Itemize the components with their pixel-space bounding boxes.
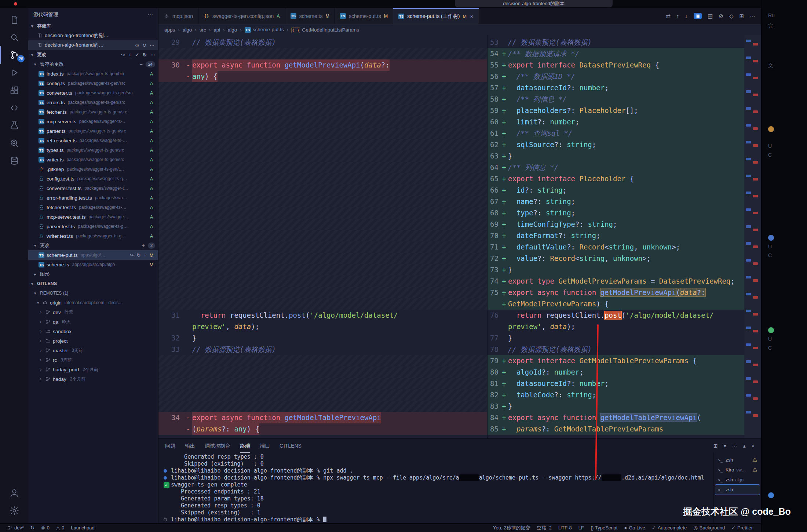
- commit-icon[interactable]: ✓: [135, 52, 139, 58]
- diff-line[interactable]: 65+export interface Placeholder {: [488, 173, 744, 185]
- unstaged-changes-header[interactable]: ▾ 更改 + 2: [28, 241, 158, 250]
- more-icon[interactable]: ⋯: [732, 443, 737, 449]
- scm-file-row[interactable]: TSwriter.tspackages/swagger-ts-gen/srcA: [28, 155, 158, 164]
- background-item[interactable]: ◎Background: [690, 524, 728, 532]
- diff-original-pane[interactable]: 29// 数据集预览(表格数据)30-export async function…: [158, 35, 488, 438]
- diff-line[interactable]: 78// 数据源预览(表格数据): [488, 344, 744, 355]
- scm-file-row[interactable]: TSerrors.tspackages/swagger-ts-gen/srcA: [28, 98, 158, 107]
- more-actions-icon[interactable]: ⋯: [750, 13, 755, 19]
- scm-file-row[interactable]: converter.test.tspackages/swagger-t…A: [28, 183, 158, 193]
- changes-section-header[interactable]: ▾ 更改 ↪+✓↻⋯: [28, 50, 158, 59]
- open-preview-icon[interactable]: ▤: [708, 13, 713, 19]
- diff-line[interactable]: 85+ params?: GetModelTablePreviewParams: [488, 423, 744, 435]
- branch-row[interactable]: ›rc3周前: [28, 355, 158, 365]
- scm-file-row[interactable]: TSscheme-put.tsapps/algo/…↪↻+M: [28, 250, 158, 260]
- diff-line[interactable]: 66+ id?: string;: [488, 185, 744, 196]
- staged-changes-header[interactable]: ▾ 暂存的更改 − 24: [28, 59, 158, 69]
- diff-line[interactable]: 30-export async function getModelPreview…: [158, 59, 487, 71]
- diff-line[interactable]: -(params?: any) {: [158, 423, 487, 435]
- pin-icon[interactable]: ⊙: [135, 43, 139, 48]
- diff-line[interactable]: 57+ datasourceId?: number;: [488, 82, 744, 94]
- gitlens-section-header[interactable]: ▾ GITLENS: [28, 279, 158, 288]
- diff-line[interactable]: preview', data);: [488, 321, 744, 332]
- diff-line[interactable]: 54+/** 数据预览请求 */: [488, 48, 744, 59]
- sync-indicator[interactable]: ↻: [27, 524, 38, 532]
- repo-row[interactable]: decision-algo-frontend的…⊙↻⋯: [28, 40, 158, 50]
- diff-line[interactable]: 64+/** 列信息 */: [488, 162, 744, 173]
- diff-line[interactable]: 69+ timeConfigType?: string;: [488, 219, 744, 230]
- remote-explorer-icon[interactable]: [0, 99, 28, 117]
- panel-tab-终端[interactable]: 终端: [240, 439, 250, 453]
- refresh-icon[interactable]: ↻: [143, 52, 147, 58]
- account-icon[interactable]: [0, 484, 28, 502]
- discard-changes-icon[interactable]: ↻: [137, 252, 141, 258]
- more-icon[interactable]: ⋯: [150, 43, 154, 48]
- scm-file-row[interactable]: config.test.tspackages/swagger-ts-g…A: [28, 174, 158, 183]
- settings-gear-icon[interactable]: [0, 502, 28, 520]
- explorer-icon[interactable]: [0, 11, 28, 29]
- breadcrumb-item[interactable]: api: [213, 27, 220, 33]
- minimap[interactable]: [744, 35, 761, 438]
- swap-sides-icon[interactable]: ⇄: [666, 13, 671, 19]
- diff-line[interactable]: 75+export async function getModelPreview…: [488, 287, 744, 298]
- stage-all-icon[interactable]: +: [142, 243, 145, 248]
- more-icon[interactable]: ⋯: [150, 52, 155, 58]
- ignore-whitespace-icon[interactable]: ⊘: [719, 13, 723, 19]
- close-icon[interactable]: ×: [470, 13, 474, 19]
- run-debug-icon[interactable]: [0, 64, 28, 81]
- panel-tab-端口[interactable]: 端口: [260, 439, 270, 453]
- scm-file-row[interactable]: TSconverter.tspackages/swagger-ts-gen/sr…: [28, 88, 158, 98]
- scm-file-row[interactable]: TSref-resolver.tspackages/swagger-ts-…A: [28, 136, 158, 145]
- language-item[interactable]: {} TypeScript: [587, 524, 621, 532]
- open-file-icon[interactable]: ↪: [130, 252, 134, 258]
- eol-item[interactable]: LF: [575, 524, 587, 532]
- diff-line[interactable]: 84+export async function getModelTablePr…: [488, 412, 744, 423]
- branch-indicator[interactable]: dev*: [4, 524, 27, 532]
- remote-origin-row[interactable]: ▾ origin internal.cardopt.com · decis…: [28, 298, 158, 307]
- diff-line[interactable]: 73+}: [488, 264, 744, 276]
- breadcrumb-item[interactable]: algo: [183, 27, 192, 33]
- diff-line[interactable]: 83+}: [488, 401, 744, 412]
- panel-tab-GITLENS[interactable]: GITLENS: [280, 439, 302, 453]
- stage-all-icon[interactable]: +: [129, 52, 132, 58]
- diff-line[interactable]: 80+ algoId?: number;: [488, 367, 744, 378]
- editor-tab[interactable]: {}swagger-ts-gen.config.jsonA: [198, 8, 285, 24]
- gitlens-icon[interactable]: [0, 134, 28, 152]
- diff-line[interactable]: 79+export interface GetModelTablePreview…: [488, 355, 744, 367]
- warnings-indicator[interactable]: △0: [53, 524, 67, 532]
- scm-file-row[interactable]: error-handling.test.tspackages/swa…A: [28, 193, 158, 203]
- diff-line[interactable]: 58+ /** 列信息 */: [488, 94, 744, 105]
- diff-line[interactable]: 32}: [158, 332, 487, 344]
- launchpad-item[interactable]: Launchpad: [67, 524, 98, 532]
- repo-row[interactable]: decision-algo-frontend的副…: [28, 31, 158, 40]
- diff-line[interactable]: 34-export async function getModelTablePr…: [158, 412, 487, 423]
- branch-row[interactable]: ›qa昨天: [28, 317, 158, 327]
- blame-item[interactable]: You, 2秒前的提交: [490, 524, 533, 532]
- compare-icon[interactable]: ◇: [729, 13, 734, 19]
- indentation-item[interactable]: 空格: 2: [533, 524, 555, 532]
- branch-row[interactable]: ›sandbox: [28, 327, 158, 336]
- refresh-icon[interactable]: ↻: [142, 43, 146, 48]
- diff-line[interactable]: 72+ value?: Record<string, unknown>;: [488, 253, 744, 264]
- stage-file-icon[interactable]: +: [143, 252, 146, 258]
- branch-row[interactable]: ›haday2个月前: [28, 374, 158, 384]
- scm-file-row[interactable]: .gitkeeppackages/swagger-ts-gen/t…A: [28, 164, 158, 174]
- testing-icon[interactable]: [0, 117, 28, 134]
- maximize-panel-icon[interactable]: ▴: [743, 443, 746, 449]
- diff-line[interactable]: 56+ /** 数据源ID */: [488, 71, 744, 82]
- panel-tab-调试控制台[interactable]: 调试控制台: [205, 439, 230, 453]
- diff-line[interactable]: 74+export type GetModelPreviewParams = D…: [488, 276, 744, 287]
- panel-tab-输出[interactable]: 输出: [185, 439, 195, 453]
- branch-row[interactable]: ›haday_prod2个月前: [28, 365, 158, 374]
- prettier-item[interactable]: ✓Prettier: [728, 524, 756, 532]
- editor-tab[interactable]: TSscheme-put.ts (工作树)M×: [393, 8, 479, 24]
- breadcrumb-item[interactable]: TSscheme-put.ts: [245, 27, 284, 33]
- chevron-down-icon[interactable]: ▾: [724, 443, 726, 449]
- diff-line[interactable]: 33// 数据源预览(表格数据): [158, 344, 487, 355]
- terminal-session[interactable]: >_zsh: [715, 455, 760, 465]
- diff-line[interactable]: 77}: [488, 332, 744, 344]
- scm-file-row[interactable]: TSindex.tspackages/swagger-ts-gen/binA: [28, 69, 158, 79]
- more-icon[interactable]: ⋯: [147, 11, 153, 18]
- scm-file-row[interactable]: fetcher.test.tspackages/swagger-ts-…A: [28, 203, 158, 212]
- unstage-all-icon[interactable]: −: [140, 61, 143, 67]
